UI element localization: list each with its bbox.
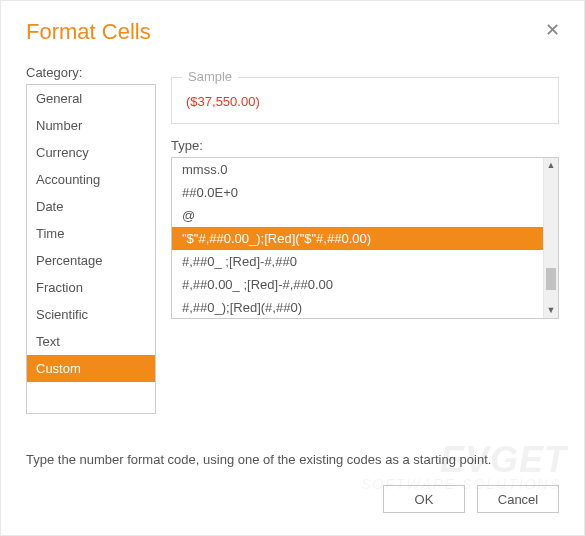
- category-item-percentage[interactable]: Percentage: [27, 247, 155, 274]
- scroll-up-icon[interactable]: ▲: [544, 158, 558, 173]
- category-item-accounting[interactable]: Accounting: [27, 166, 155, 193]
- type-item[interactable]: #,##0_ ;[Red]-#,##0: [172, 250, 543, 273]
- type-item[interactable]: "$"#,##0.00_);[Red]("$"#,##0.00): [172, 227, 543, 250]
- dialog-content: Category: General Number Currency Accoun…: [1, 55, 584, 438]
- close-icon[interactable]: ✕: [541, 19, 564, 41]
- scroll-thumb[interactable]: [546, 268, 556, 290]
- sample-value: ($37,550.00): [186, 94, 544, 109]
- dialog-footer: OK Cancel: [1, 467, 584, 535]
- format-cells-dialog: Format Cells ✕ Category: General Number …: [0, 0, 585, 536]
- scroll-down-icon[interactable]: ▼: [544, 303, 558, 318]
- type-item[interactable]: @: [172, 204, 543, 227]
- sample-box: Sample ($37,550.00): [171, 77, 559, 124]
- type-item[interactable]: #,##0.00_ ;[Red]-#,##0.00: [172, 273, 543, 296]
- title-bar: Format Cells ✕: [1, 1, 584, 55]
- category-label: Category:: [26, 65, 156, 80]
- category-item-custom[interactable]: Custom: [27, 355, 155, 382]
- category-panel: Category: General Number Currency Accoun…: [26, 65, 156, 438]
- type-list-container: mmss.0 ##0.0E+0 @ "$"#,##0.00_);[Red]("$…: [171, 157, 559, 319]
- ok-button[interactable]: OK: [383, 485, 465, 513]
- type-list[interactable]: mmss.0 ##0.0E+0 @ "$"#,##0.00_);[Red]("$…: [172, 158, 543, 318]
- category-item-currency[interactable]: Currency: [27, 139, 155, 166]
- category-item-fraction[interactable]: Fraction: [27, 274, 155, 301]
- category-item-number[interactable]: Number: [27, 112, 155, 139]
- category-item-text[interactable]: Text: [27, 328, 155, 355]
- scrollbar[interactable]: ▲ ▼: [543, 158, 558, 318]
- dialog-title: Format Cells: [26, 19, 151, 45]
- cancel-button[interactable]: Cancel: [477, 485, 559, 513]
- category-list[interactable]: General Number Currency Accounting Date …: [26, 84, 156, 414]
- type-label: Type:: [171, 138, 559, 153]
- type-item[interactable]: #,##0_);[Red](#,##0): [172, 296, 543, 318]
- category-item-general[interactable]: General: [27, 85, 155, 112]
- type-item[interactable]: ##0.0E+0: [172, 181, 543, 204]
- type-item[interactable]: mmss.0: [172, 158, 543, 181]
- category-item-scientific[interactable]: Scientific: [27, 301, 155, 328]
- category-item-date[interactable]: Date: [27, 193, 155, 220]
- sample-legend: Sample: [182, 69, 238, 84]
- settings-panel: Sample ($37,550.00) Type: mmss.0 ##0.0E+…: [171, 65, 559, 438]
- category-item-time[interactable]: Time: [27, 220, 155, 247]
- hint-text: Type the number format code, using one o…: [1, 438, 584, 467]
